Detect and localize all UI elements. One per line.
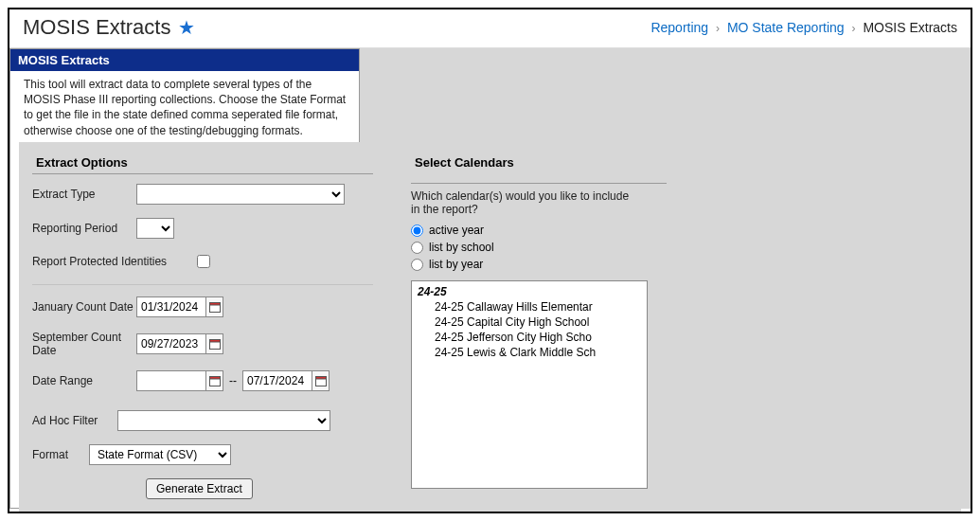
calendar-mode-school-label: list by school <box>429 241 494 254</box>
breadcrumb: Reporting › MO State Reporting › MOSIS E… <box>650 20 957 35</box>
january-count-datepicker[interactable] <box>136 296 223 317</box>
date-range-label: Date Range <box>32 374 136 387</box>
date-range-end-input[interactable] <box>243 372 312 389</box>
date-range-start-input[interactable] <box>137 372 205 389</box>
format-label: Format <box>32 448 89 461</box>
panel-description: This tool will extract data to complete … <box>10 71 359 148</box>
calendar-mode-school-radio[interactable] <box>411 242 423 254</box>
breadcrumb-current: MOSIS Extracts <box>863 20 957 35</box>
calendar-icon[interactable] <box>312 371 329 390</box>
calendar-mode-active-radio[interactable] <box>411 225 423 237</box>
january-count-input[interactable] <box>137 298 205 315</box>
star-icon[interactable]: ★ <box>178 18 195 37</box>
panel-title: MOSIS Extracts <box>10 49 359 71</box>
svg-rect-5 <box>209 377 220 380</box>
select-calendars-title: Select Calendars <box>411 152 695 173</box>
svg-rect-1 <box>209 303 220 306</box>
september-count-input[interactable] <box>137 335 205 352</box>
page-title: MOSIS Extracts <box>23 15 170 40</box>
date-range-end-datepicker[interactable] <box>242 370 330 391</box>
calendars-prompt: Which calendar(s) would you like to incl… <box>411 189 638 216</box>
calendar-mode-year-radio[interactable] <box>411 259 423 271</box>
list-item[interactable]: 24-25 Capital City High School <box>435 315 641 329</box>
september-count-datepicker[interactable] <box>136 333 223 354</box>
svg-rect-7 <box>315 377 326 380</box>
format-select[interactable]: State Format (CSV) <box>89 444 231 465</box>
protected-identities-label: Report Protected Identities <box>32 255 193 268</box>
calendar-listbox[interactable]: 24-25 24-25 Callaway Hills Elementar 24-… <box>411 280 648 489</box>
calendar-icon[interactable] <box>205 297 223 316</box>
date-range-start-datepicker[interactable] <box>136 370 223 391</box>
calendar-icon[interactable] <box>205 371 223 390</box>
svg-rect-3 <box>209 340 220 343</box>
calendar-year-header[interactable]: 24-25 <box>418 285 641 298</box>
adhoc-filter-select[interactable] <box>117 410 330 431</box>
breadcrumb-link-reporting[interactable]: Reporting <box>650 20 708 35</box>
adhoc-filter-label: Ad Hoc Filter <box>32 414 117 427</box>
january-count-label: January Count Date <box>32 300 136 314</box>
list-item[interactable]: 24-25 Callaway Hills Elementar <box>435 300 641 314</box>
reporting-period-select[interactable] <box>136 218 174 239</box>
range-separator: -- <box>229 374 237 387</box>
extract-options-title: Extract Options <box>32 152 373 174</box>
calendar-mode-active-label: active year <box>429 224 484 237</box>
reporting-period-label: Reporting Period <box>32 222 136 235</box>
list-item[interactable]: 24-25 Lewis & Clark Middle Sch <box>435 346 641 359</box>
calendar-mode-year-label: list by year <box>429 258 483 271</box>
breadcrumb-link-state[interactable]: MO State Reporting <box>727 20 845 35</box>
extract-type-select[interactable] <box>136 184 345 205</box>
protected-identities-checkbox[interactable] <box>197 255 210 268</box>
list-item[interactable]: 24-25 Jefferson City High Scho <box>435 331 641 344</box>
generate-extract-button[interactable]: Generate Extract <box>146 478 253 499</box>
chevron-right-icon: › <box>852 22 856 35</box>
extract-type-label: Extract Type <box>32 188 136 201</box>
september-count-label: September Count Date <box>32 331 136 357</box>
chevron-right-icon: › <box>716 22 720 35</box>
calendar-icon[interactable] <box>205 334 223 353</box>
